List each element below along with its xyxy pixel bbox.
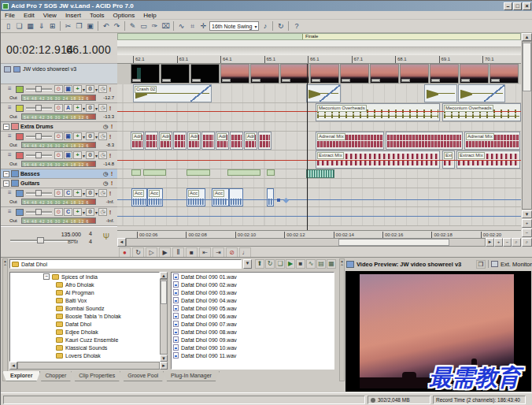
video-track-header[interactable]: JW video showreel v3 xyxy=(1,64,117,84)
loop-playback-icon[interactable]: ↻ xyxy=(275,21,286,32)
mute-button[interactable]: ⊙ xyxy=(54,132,63,140)
tree-scrollbar[interactable]: ▲ ▼ xyxy=(160,272,168,362)
video-thumbnail[interactable] xyxy=(430,64,459,84)
track-lane[interactable]: AccAccAccAcc xyxy=(117,188,521,207)
new-folder-icon[interactable]: ❏ xyxy=(275,259,285,269)
video-panel-grip[interactable]: ×⌃ xyxy=(339,258,345,381)
stop-preview-icon[interactable]: ■ xyxy=(296,259,305,269)
explorer-grip[interactable]: ×⌃ xyxy=(2,258,8,381)
volume-slider-thumb[interactable] xyxy=(35,209,42,215)
file-item[interactable]: Dafat Dhol 090 06.wav xyxy=(172,312,334,320)
marker-bar[interactable]: Finale xyxy=(117,33,521,40)
hscroll-thumb[interactable] xyxy=(338,239,449,246)
expand-panel-icon[interactable]: ⌃ xyxy=(3,264,7,269)
media-manager-icon[interactable]: ▤ xyxy=(316,259,326,269)
track-header[interactable]: ≡⊙▣+▾⚙▾◷!Out54 48 42 36 30 24 18 12 6-8.… xyxy=(1,132,117,150)
automation-settings-button[interactable]: ⚙ xyxy=(86,85,94,93)
envelope-tool-icon[interactable]: ∿ xyxy=(176,21,187,32)
selection-tool-icon[interactable]: ▭ xyxy=(139,21,149,32)
audio-clip[interactable] xyxy=(424,84,457,102)
audio-clip[interactable] xyxy=(187,169,210,176)
volume-slider[interactable] xyxy=(26,192,52,195)
automation-settings-button[interactable]: ⚙ xyxy=(86,132,94,140)
audio-clip[interactable]: Acc xyxy=(187,188,205,206)
fx-button[interactable]: + xyxy=(73,208,82,216)
cut-icon[interactable]: ✂ xyxy=(63,21,73,32)
file-item[interactable]: Dafat Dhol 090 02.wav xyxy=(172,281,334,288)
copy-icon[interactable]: ❐ xyxy=(74,21,84,32)
refresh-icon[interactable]: ↻ xyxy=(265,259,275,269)
tree-hscrollbar[interactable]: ◄ ► xyxy=(9,362,168,370)
clock-icon[interactable]: ◷ xyxy=(98,189,107,197)
output-meter[interactable]: 54 48 42 36 30 24 18 12 6 xyxy=(21,95,96,101)
clock-icon[interactable]: ◷ xyxy=(98,85,107,93)
output-meter[interactable]: 54 48 42 36 30 24 18 12 6 xyxy=(21,113,96,120)
volume-slider[interactable] xyxy=(26,154,52,157)
mute-button[interactable]: ⊙ xyxy=(54,189,63,197)
address-combo[interactable]: Dafat Dhol xyxy=(9,259,242,269)
arm-indicator[interactable]: ! xyxy=(108,86,113,93)
audio-clip[interactable] xyxy=(306,169,334,178)
audio-clip[interactable]: Adr xyxy=(131,132,144,150)
video-thumbnail[interactable] xyxy=(190,64,220,84)
volume-slider[interactable] xyxy=(26,107,52,110)
audio-clip[interactable] xyxy=(267,188,274,206)
audio-clip[interactable]: Meconium Overheads xyxy=(316,103,440,121)
track-lane[interactable]: AdrAdrAdrAdrAdrAdrenal MixAdrenal Mix xyxy=(117,132,521,150)
video-thumbnail[interactable] xyxy=(340,64,369,84)
audio-clip[interactable] xyxy=(306,84,341,102)
menu-item-file[interactable]: File xyxy=(5,12,15,19)
tree-scroll-right-icon[interactable]: ► xyxy=(160,362,168,370)
bus-button[interactable]: C xyxy=(64,189,72,197)
start-preview-icon[interactable]: ▶ xyxy=(286,259,295,269)
mute-button[interactable]: ⊙ xyxy=(54,85,63,93)
paint-tool-icon[interactable]: ✑ xyxy=(150,21,160,32)
fx-button[interactable]: + xyxy=(73,104,82,112)
arm-indicator[interactable]: ! xyxy=(108,209,113,216)
automation-envelope[interactable] xyxy=(117,160,521,161)
menu-item-options[interactable]: Options xyxy=(113,12,135,19)
arm-indicator[interactable]: ! xyxy=(108,190,113,197)
automation-settings-button[interactable]: ⚙ xyxy=(86,189,94,197)
audio-clip[interactable] xyxy=(267,169,275,176)
collapse-icon[interactable]: − xyxy=(43,273,50,280)
tab-plug-in-manager[interactable]: Plug-In Manager xyxy=(163,371,220,381)
clock-icon[interactable]: ◷ xyxy=(98,151,107,159)
volume-slider-thumb[interactable] xyxy=(35,86,42,92)
tree-item[interactable]: Afro Dholak xyxy=(10,281,159,288)
tree-scroll-down-icon[interactable]: ▼ xyxy=(160,355,168,362)
tree-item[interactable]: Dafat Dhol xyxy=(10,320,159,328)
output-meter[interactable]: 54 48 42 36 30 24 18 12 6 xyxy=(21,142,96,148)
track-lane[interactable] xyxy=(117,179,521,188)
beat-ruler[interactable]: 62.163.164.165.166.167.168.169.170.171.1 xyxy=(117,55,521,64)
clock-icon[interactable]: ◷ xyxy=(103,180,108,187)
video-thumbnail[interactable] xyxy=(310,64,339,84)
volume-slider-thumb[interactable] xyxy=(35,105,42,111)
minimize-button[interactable]: – xyxy=(504,2,512,10)
tree-item[interactable]: Lovers Dholak xyxy=(10,351,159,359)
audio-clip[interactable]: Adr xyxy=(187,132,201,150)
undo-icon[interactable]: ↶ xyxy=(101,21,111,32)
zoom-out-time-icon[interactable]: − xyxy=(503,238,512,247)
zoom-in-time-icon[interactable]: + xyxy=(494,238,503,247)
collapse-icon[interactable]: − xyxy=(3,180,9,187)
snap-icon[interactable]: ✛ xyxy=(198,21,209,32)
tab-groove-pool[interactable]: Groove Pool xyxy=(120,371,166,381)
folder-tree[interactable]: −Spices of IndiaAfro DholakAl ProgmanBal… xyxy=(9,272,160,362)
bus-button[interactable]: C xyxy=(64,208,72,216)
audio-clip[interactable]: Adr xyxy=(244,132,257,150)
audio-clip[interactable]: Meconium Overheads xyxy=(442,103,521,121)
output-meter[interactable]: 54 48 42 36 30 24 18 12 6 xyxy=(21,161,96,167)
ext-monitor-icon[interactable] xyxy=(491,261,498,267)
tab-clip-properties[interactable]: Clip Properties xyxy=(71,371,123,381)
tree-item[interactable]: Kauri Cuzz Ensemble xyxy=(10,336,159,344)
audio-clip[interactable]: Acc xyxy=(147,188,163,206)
tree-item[interactable]: Boosie Tabla 'n Dholak xyxy=(10,312,159,320)
vscroll-thumb[interactable] xyxy=(523,43,531,91)
volume-slider[interactable] xyxy=(26,88,52,91)
audio-clip[interactable] xyxy=(229,188,243,206)
envelope-node[interactable] xyxy=(283,198,289,203)
menu-item-view[interactable]: View xyxy=(43,12,57,19)
file-item[interactable]: Dafat Dhol 090 07.wav xyxy=(172,320,334,328)
tab-chopper[interactable]: Chopper xyxy=(37,371,74,381)
